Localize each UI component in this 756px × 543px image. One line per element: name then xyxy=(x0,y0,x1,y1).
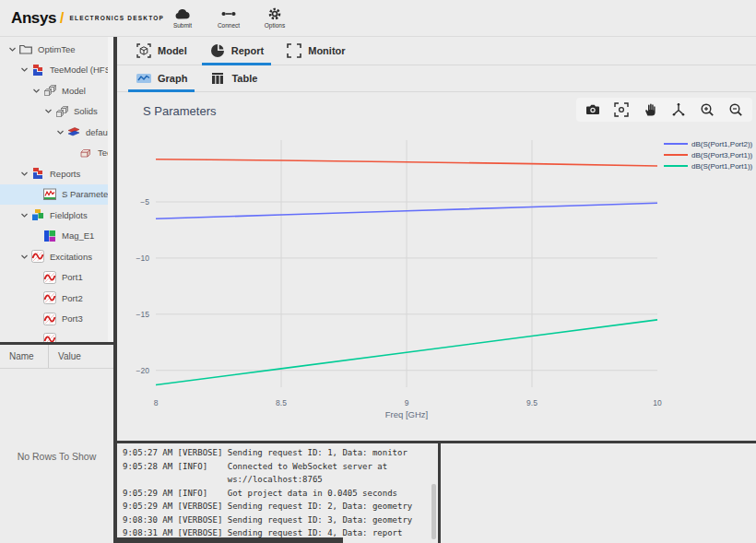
tab-model[interactable]: Model xyxy=(124,37,198,65)
tree-item-mag-e1[interactable]: Mag_E1 xyxy=(0,226,113,247)
solids-group-icon xyxy=(54,104,69,119)
tree-item-solids[interactable]: Solids xyxy=(0,101,113,123)
properties-header: Name Value xyxy=(0,345,113,369)
tab-report[interactable]: Report xyxy=(198,37,275,65)
subtab-table[interactable]: Table xyxy=(198,65,268,91)
report-pie-icon xyxy=(209,42,226,59)
tree-item-label: S Parameters xyxy=(62,189,113,199)
y-tick-label: −5 xyxy=(140,197,149,207)
x-axis-title: Freq [GHz] xyxy=(385,409,428,419)
modebar-button-zoom-in[interactable] xyxy=(699,101,715,118)
console-vertical-scrollbar[interactable] xyxy=(431,484,436,539)
table-icon xyxy=(209,70,226,87)
modebar-button-camera[interactable] xyxy=(585,101,601,118)
tree-item-label: Excitations xyxy=(50,252,92,262)
header-action-label: Options xyxy=(265,22,285,29)
modebar-button-axes[interactable] xyxy=(670,101,687,118)
console-log-line: 9:05:29 AM [VERBOSE] Sending request ID:… xyxy=(123,500,438,513)
properties-body: No Rows To Show xyxy=(0,369,113,543)
tree-item-excitations[interactable]: Excitations xyxy=(0,246,113,267)
tree-item-teemodel-hfss[interactable]: TeeModel (HFSS) xyxy=(0,60,113,81)
x-tick-label: 8 xyxy=(154,398,159,407)
zoom-out-icon xyxy=(727,101,744,118)
console-log-line: ws://localhost:8765 xyxy=(123,473,438,487)
chevron-down-icon[interactable] xyxy=(18,170,30,178)
tree-item-label: Port3 xyxy=(62,313,83,324)
tree-item-port3[interactable]: Port3 xyxy=(0,309,113,330)
modebar-button-zoom-out[interactable] xyxy=(727,101,744,118)
console-log-line: 9:08:30 AM [VERBOSE] Sending request ID:… xyxy=(123,513,438,527)
tree-item-port2[interactable]: Port2 xyxy=(0,288,113,309)
tree-item-label: Fieldplots xyxy=(50,210,88,220)
tab-label: Model xyxy=(158,45,187,56)
hfss-model-icon xyxy=(30,63,45,77)
console-log-line: 9:05:27 AM [VERBOSE] Sending request ID:… xyxy=(123,446,438,460)
legend-label: dB(S(Port3,Port1)) xyxy=(691,151,752,159)
header-action-label: Submit xyxy=(173,22,192,29)
properties-column-value[interactable]: Value xyxy=(48,345,113,368)
tree-item-fieldplots[interactable]: Fieldplots xyxy=(0,205,113,226)
tab-label: Monitor xyxy=(308,45,345,56)
connect-icon xyxy=(220,7,237,20)
chart-modebar xyxy=(576,98,752,122)
tab-label: Graph xyxy=(158,73,187,84)
tree-item-default[interactable]: default xyxy=(0,122,113,143)
modebar-button-pan[interactable] xyxy=(642,101,658,118)
tab-monitor[interactable]: Monitor xyxy=(275,37,356,65)
tree-item-partial[interactable] xyxy=(0,329,113,342)
cloud-upload-icon xyxy=(174,7,191,20)
x-tick-label: 8.5 xyxy=(276,398,287,407)
chart-legend: dB(S(Port1,Port2))dB(S(Port3,Port1))dB(S… xyxy=(664,138,752,171)
chevron-down-icon[interactable] xyxy=(6,45,18,53)
console-horizontal-scrollbar[interactable] xyxy=(117,537,343,543)
tree-item-optimtee[interactable]: OptimTee xyxy=(0,39,113,60)
y-tick-label: −10 xyxy=(136,254,150,263)
submit-button[interactable]: Submit xyxy=(166,4,199,30)
chevron-down-icon[interactable] xyxy=(18,65,30,74)
chevron-down-icon[interactable] xyxy=(18,253,30,261)
chart-panel: −5−10−15−2088.599.510Freq [GHz] S Parame… xyxy=(117,92,756,441)
brand-name: Ansys xyxy=(11,9,56,28)
properties-column-name[interactable]: Name xyxy=(0,345,48,368)
console-panel[interactable]: 9:05:27 AM [VERBOSE] Sending request ID:… xyxy=(117,441,441,543)
brand-slash: / xyxy=(60,10,64,27)
chart-title: S Parameters xyxy=(143,104,216,118)
connect-button[interactable]: Connect xyxy=(212,4,245,30)
excitation-icon xyxy=(42,290,57,305)
excitation-icon xyxy=(42,270,57,285)
pan-icon xyxy=(642,101,658,118)
options-button[interactable]: Options xyxy=(258,4,291,30)
tree-item-label: OptimTee xyxy=(38,44,76,54)
x-tick-label: 10 xyxy=(653,398,662,407)
tree-item-model[interactable]: Model xyxy=(0,80,113,101)
report-subtab-bar: GraphTable xyxy=(117,65,756,92)
console-log-line: 9:05:29 AM [INFO] Got project data in 0.… xyxy=(123,487,438,501)
project-tree[interactable]: OptimTeeTeeModel (HFSS)ModelSolidsdefaul… xyxy=(0,37,113,342)
report-chart-icon xyxy=(42,187,57,202)
console-log-line: 9:05:28 AM [INFO] Connected to WebSocket… xyxy=(123,460,438,474)
s-parameters-chart[interactable]: −5−10−15−2088.599.510Freq [GHz] xyxy=(117,92,756,441)
tree-item-port1[interactable]: Port1 xyxy=(0,267,113,289)
chevron-down-icon[interactable] xyxy=(53,128,66,136)
app-header: Ansys / ELECTRONICS DESKTOP SubmitConnec… xyxy=(0,0,756,37)
tree-item-s-parameters[interactable]: S Parameters xyxy=(0,184,113,206)
brand-product: ELECTRONICS DESKTOP xyxy=(69,15,164,21)
x-tick-label: 9.5 xyxy=(526,398,537,407)
legend-item[interactable]: dB(S(Port1,Port2)) xyxy=(664,138,752,149)
legend-item[interactable]: dB(S(Port3,Port1)) xyxy=(664,149,752,160)
x-tick-label: 9 xyxy=(405,398,409,407)
modebar-button-scan[interactable] xyxy=(613,101,630,118)
chevron-down-icon[interactable] xyxy=(18,211,30,219)
solids-group-icon xyxy=(42,83,57,98)
subtab-graph[interactable]: Graph xyxy=(124,65,198,91)
tree-item-tee[interactable]: Tee xyxy=(0,143,113,164)
solid-box-icon xyxy=(78,146,93,160)
tree-item-label: Mag_E1 xyxy=(62,230,94,241)
model-icon xyxy=(136,42,152,59)
legend-item[interactable]: dB(S(Port1,Port1)) xyxy=(664,160,752,171)
chevron-down-icon[interactable] xyxy=(41,107,54,115)
chevron-down-icon[interactable] xyxy=(30,87,42,95)
properties-empty-text: No Rows To Show xyxy=(18,451,97,462)
tree-item-reports[interactable]: Reports xyxy=(0,163,113,184)
tree-item-label: TeeModel (HFSS) xyxy=(50,65,113,75)
